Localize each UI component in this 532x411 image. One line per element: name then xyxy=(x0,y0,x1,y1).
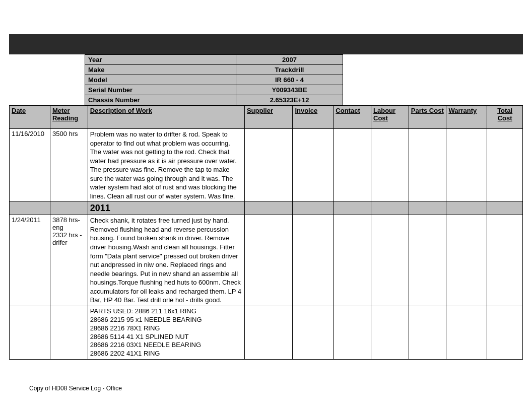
info-label-model: Model xyxy=(85,75,236,85)
info-label-chassis: Chassis Number xyxy=(85,95,236,105)
table-row: 1/24/2011 3878 hrs- eng 2332 hrs - drife… xyxy=(10,215,523,306)
col-header-meter: Meter Reading xyxy=(50,106,88,129)
header-row: Date Meter Reading Description of Work S… xyxy=(10,106,523,129)
cell-total xyxy=(487,306,523,359)
info-label-make: Make xyxy=(85,65,236,75)
col-header-contact: Contact xyxy=(334,106,371,129)
cell-desc: PARTS USED: 2886 211 16x1 RING 28686 221… xyxy=(88,306,244,359)
year-empty xyxy=(293,202,334,215)
cell-supplier xyxy=(244,215,292,306)
info-label-serial: Serial Number xyxy=(85,85,236,95)
cell-warranty xyxy=(446,306,487,359)
cell-meter: 3878 hrs- eng 2332 hrs - drifer xyxy=(50,215,88,306)
cell-invoice xyxy=(293,306,334,359)
cell-labour xyxy=(371,306,409,359)
cell-parts xyxy=(409,215,446,306)
cell-total xyxy=(487,129,523,202)
year-empty xyxy=(446,202,487,215)
col-header-invoice: Invoice xyxy=(293,106,334,129)
cell-parts xyxy=(409,129,446,202)
year-divider-row: 2011 xyxy=(10,202,523,215)
year-empty xyxy=(50,202,88,215)
cell-desc: Problem was no water to drifter & rod. S… xyxy=(88,129,244,202)
col-header-warranty: Warranty xyxy=(446,106,487,129)
info-label-year: Year xyxy=(85,55,236,65)
cell-invoice xyxy=(293,215,334,306)
cell-supplier xyxy=(244,306,292,359)
cell-invoice xyxy=(293,129,334,202)
cell-meter: 3500 hrs xyxy=(50,129,88,202)
cell-date: 11/16/2010 xyxy=(10,129,50,202)
info-value-chassis: 2.65323E+12 xyxy=(236,95,343,105)
year-divider-label: 2011 xyxy=(88,202,244,215)
col-header-supplier: Supplier xyxy=(244,106,292,129)
service-log-table: Date Meter Reading Description of Work S… xyxy=(9,105,523,360)
cell-supplier xyxy=(244,129,292,202)
cell-date: 1/24/2011 xyxy=(10,215,50,306)
title-bar xyxy=(9,34,523,54)
year-empty xyxy=(244,202,292,215)
cell-desc: Check shank, it rotates free turned just… xyxy=(88,215,244,306)
cell-parts xyxy=(409,306,446,359)
info-value-model: IR 660 - 4 xyxy=(236,75,343,85)
year-empty xyxy=(487,202,523,215)
cell-contact xyxy=(334,306,371,359)
vehicle-info-table: Year 2007 Make Trackdrill Model IR 660 -… xyxy=(85,54,343,105)
info-value-year: 2007 xyxy=(236,55,343,65)
col-header-date: Date xyxy=(10,106,50,129)
year-empty xyxy=(334,202,371,215)
col-header-total: Total Cost xyxy=(487,106,523,129)
year-empty xyxy=(10,202,50,215)
col-header-desc: Description of Work xyxy=(88,106,244,129)
cell-total xyxy=(487,215,523,306)
footer-filename: Copy of HD08 Service Log - Office xyxy=(29,385,122,392)
table-row: PARTS USED: 2886 211 16x1 RING 28686 221… xyxy=(10,306,523,359)
cell-labour xyxy=(371,129,409,202)
info-value-serial: Y009343BE xyxy=(236,85,343,95)
cell-meter xyxy=(50,306,88,359)
year-empty xyxy=(371,202,409,215)
cell-warranty xyxy=(446,129,487,202)
cell-contact xyxy=(334,215,371,306)
year-empty xyxy=(409,202,446,215)
cell-warranty xyxy=(446,215,487,306)
page-container: Year 2007 Make Trackdrill Model IR 660 -… xyxy=(9,34,523,360)
info-value-make: Trackdrill xyxy=(236,65,343,75)
cell-date xyxy=(10,306,50,359)
col-header-labour: Labour Cost xyxy=(371,106,409,129)
cell-labour xyxy=(371,215,409,306)
col-header-parts: Parts Cost xyxy=(409,106,446,129)
cell-contact xyxy=(334,129,371,202)
table-row: 11/16/2010 3500 hrs Problem was no water… xyxy=(10,129,523,202)
